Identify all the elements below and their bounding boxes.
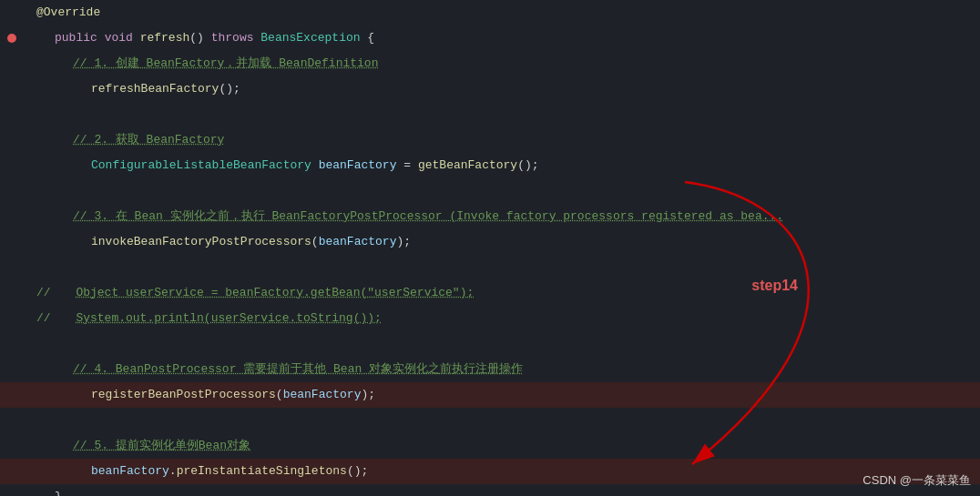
line-code: @Override xyxy=(27,1,980,25)
code-line: @Override xyxy=(0,0,980,25)
line-code: invokeBeanFactoryPostProcessors(beanFact… xyxy=(27,230,980,254)
line-code: // 1. 创建 BeanFactory，并加载 BeanDefinition xyxy=(27,52,980,76)
code-line: // Object userService = beanFactory.getB… xyxy=(0,280,980,306)
line-code: // 4. BeanPostProcessor 需要提前于其他 Bean 对象实… xyxy=(27,358,980,381)
watermark: CSDN @一条菜菜鱼 xyxy=(863,472,971,489)
code-lines: @Overridepublic void refresh() throws Be… xyxy=(0,0,980,496)
line-code: beanFactory.preInstantiateSingletons(); xyxy=(27,460,980,483)
line-code: // 2. 获取 BeanFactory xyxy=(27,128,980,152)
line-code: ConfigurableListableBeanFactory beanFact… xyxy=(27,154,980,177)
code-line: // System.out.println(userService.toStri… xyxy=(0,306,980,331)
code-line: // 2. 获取 BeanFactory xyxy=(0,127,980,153)
code-line: // 5. 提前实例化单例Bean对象 xyxy=(0,433,980,459)
line-code: } xyxy=(27,485,980,496)
line-code: registerBeanPostProcessors(beanFactory); xyxy=(27,383,980,407)
code-line xyxy=(0,331,980,357)
step-label: step14 xyxy=(751,278,798,294)
code-line: invokeBeanFactoryPostProcessors(beanFact… xyxy=(0,229,980,255)
line-code: public void refresh() throws BeansExcept… xyxy=(27,26,980,50)
line-code: // System.out.println(userService.toStri… xyxy=(27,307,980,330)
code-line xyxy=(0,255,980,280)
code-line: // 1. 创建 BeanFactory，并加载 BeanDefinition xyxy=(0,51,980,76)
code-line: refreshBeanFactory(); xyxy=(0,76,980,102)
code-line: public void refresh() throws BeansExcept… xyxy=(0,25,980,51)
code-line xyxy=(0,102,980,127)
code-line: // 3. 在 Bean 实例化之前，执行 BeanFactoryPostPro… xyxy=(0,204,980,229)
code-line: } xyxy=(0,484,980,496)
code-line xyxy=(0,408,980,433)
code-line: // 4. BeanPostProcessor 需要提前于其他 Bean 对象实… xyxy=(0,357,980,382)
code-line: registerBeanPostProcessors(beanFactory); xyxy=(0,382,980,408)
code-line: ConfigurableListableBeanFactory beanFact… xyxy=(0,153,980,178)
code-editor: @Overridepublic void refresh() throws Be… xyxy=(0,0,980,496)
line-code: // 3. 在 Bean 实例化之前，执行 BeanFactoryPostPro… xyxy=(27,205,980,228)
code-line xyxy=(0,178,980,204)
breakpoint-indicator xyxy=(7,34,16,43)
line-code: // 5. 提前实例化单例Bean对象 xyxy=(27,434,980,458)
code-line: beanFactory.preInstantiateSingletons(); xyxy=(0,459,980,484)
line-code: refreshBeanFactory(); xyxy=(27,77,980,101)
line-code: // Object userService = beanFactory.getB… xyxy=(27,281,980,305)
